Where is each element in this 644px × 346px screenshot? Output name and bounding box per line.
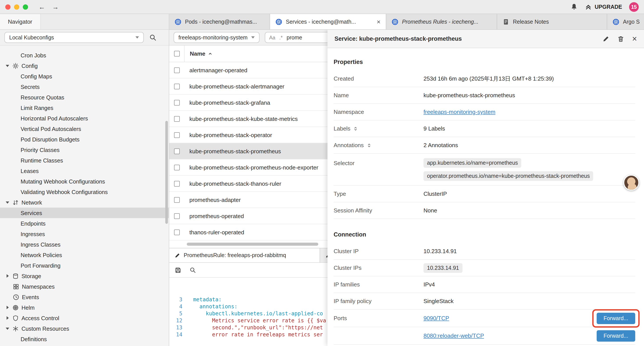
chevron-down-icon[interactable]: [5, 201, 10, 203]
sidebar-item-config[interactable]: Config: [0, 60, 169, 71]
yaml-editor[interactable]: 3 metadata:4 annotations:5 kubectl.kuber…: [169, 278, 355, 346]
sidebar-item-storage[interactable]: Storage: [0, 271, 169, 281]
row-checkbox[interactable]: [174, 229, 180, 235]
sidebar-item-custom-resources[interactable]: Custom Resources: [0, 323, 169, 334]
row-checkbox[interactable]: [174, 148, 180, 154]
namespace-selector[interactable]: freeleaps-monitoring-system: [174, 32, 260, 43]
match-case-toggle[interactable]: Aa: [269, 35, 275, 40]
sidebar-item-horizontal-pod-autoscalers[interactable]: Horizontal Pod Autoscalers: [0, 113, 169, 123]
k8s-logo-icon: [275, 18, 282, 25]
sidebar-item-network-policies[interactable]: Network Policies: [0, 250, 169, 260]
row-checkbox[interactable]: [174, 181, 180, 186]
sidebar-item-label: Port Forwarding: [20, 262, 60, 269]
horizontal-scrollbar[interactable]: [187, 243, 318, 246]
floating-avatar[interactable]: [624, 175, 639, 191]
annotations-expand-button[interactable]: [366, 143, 372, 148]
select-all-checkbox[interactable]: [174, 51, 180, 56]
sidebar-item-priority-classes[interactable]: Priority Classes: [0, 145, 169, 155]
tab-argo-s[interactable]: Argo S: [607, 14, 644, 29]
port-link[interactable]: 8080:reloader-web/TCP: [424, 333, 484, 339]
table-row[interactable]: alertmanager-operated: [169, 62, 355, 78]
chevron-down-icon[interactable]: [5, 327, 10, 330]
tab-services-icecheng-math[interactable]: Services - icecheng@math...×: [270, 14, 386, 29]
table-row[interactable]: thanos-ruler-operated: [169, 224, 355, 240]
tab-pods-icecheng-mathmas[interactable]: Pods - icecheng@mathmas...: [169, 14, 270, 29]
sidebar-item-validating-webhook-configurations[interactable]: Validating Webhook Configurations: [0, 187, 169, 197]
navigator-title[interactable]: Navigator: [0, 14, 40, 29]
row-checkbox[interactable]: [174, 67, 180, 73]
sidebar-item-mutating-webhook-configurations[interactable]: Mutating Webhook Configurations: [0, 176, 169, 187]
sidebar-item-events[interactable]: Events: [0, 292, 169, 302]
row-checkbox[interactable]: [174, 197, 180, 203]
forward-button[interactable]: Forward...: [596, 330, 635, 342]
regex-toggle[interactable]: .*: [279, 35, 282, 40]
chevron-right-icon[interactable]: [5, 306, 10, 309]
notification-count-badge[interactable]: 15: [629, 2, 639, 11]
close-icon[interactable]: ×: [376, 18, 380, 25]
sidebar-item-services[interactable]: Services: [0, 208, 169, 218]
row-checkbox[interactable]: [174, 83, 180, 89]
table-row[interactable]: kube-prometheus-stack-prometheus: [169, 143, 355, 159]
row-checkbox[interactable]: [174, 116, 180, 122]
row-checkbox[interactable]: [174, 164, 180, 170]
window-minimize-button[interactable]: [14, 4, 19, 9]
save-button[interactable]: [174, 267, 182, 274]
table-row[interactable]: kube-prometheus-stack-thanos-ruler: [169, 176, 355, 192]
search-filter-input[interactable]: Aa .* prome: [265, 32, 335, 43]
labels-expand-button[interactable]: [353, 126, 358, 131]
sidebar-item-config-maps[interactable]: Config Maps: [0, 71, 169, 81]
chevron-down-icon: [136, 36, 139, 38]
sidebar-item-access-control[interactable]: Access Control: [0, 313, 169, 323]
table-row[interactable]: prometheus-adapter: [169, 192, 355, 208]
sidebar-item-namespaces[interactable]: Namespaces: [0, 281, 169, 292]
forward-button[interactable]: →: [52, 3, 59, 10]
edit-resource-button[interactable]: [602, 35, 609, 42]
row-checkbox[interactable]: [174, 100, 180, 105]
table-row[interactable]: kube-prometheus-stack-prometheus-node-ex…: [169, 159, 355, 176]
sidebar-item-network[interactable]: Network: [0, 197, 169, 208]
notifications-button[interactable]: [570, 3, 578, 10]
window-zoom-button[interactable]: [23, 4, 28, 9]
sidebar-search-button[interactable]: [149, 34, 156, 41]
port-link[interactable]: 9090/TCP: [424, 315, 449, 322]
sidebar-item-endpoints[interactable]: Endpoints: [0, 218, 169, 229]
sidebar-item-definitions[interactable]: Definitions: [0, 334, 169, 344]
delete-resource-button[interactable]: [617, 35, 624, 42]
back-button[interactable]: ←: [38, 3, 45, 10]
table-row[interactable]: kube-prometheus-stack-grafana: [169, 95, 355, 111]
sidebar-item-port-forwarding[interactable]: Port Forwarding: [0, 260, 169, 271]
close-drawer-button[interactable]: ×: [632, 34, 637, 43]
sidebar-item-vertical-pod-autoscalers[interactable]: Vertical Pod Autoscalers: [0, 123, 169, 134]
service-name: kube-prometheus-stack-thanos-ruler: [184, 180, 281, 187]
row-checkbox[interactable]: [174, 213, 180, 219]
selector-badge: app.kubernetes.io/name=prometheus: [424, 158, 522, 168]
window-close-button[interactable]: [5, 4, 10, 9]
sidebar-item-runtime-classes[interactable]: Runtime Classes: [0, 155, 169, 166]
tab-prometheus-rules-icecheng[interactable]: Prometheus Rules - icecheng...: [386, 14, 497, 29]
chevron-right-icon[interactable]: [5, 274, 10, 278]
sidebar-item-cron-jobs[interactable]: Cron Jobs: [0, 50, 169, 60]
dock-tab-prometheusrule[interactable]: PrometheusRule: freeleaps-prod-rabbitmq: [169, 248, 320, 262]
sidebar-item-ingresses[interactable]: Ingresses: [0, 229, 169, 239]
sidebar-item-pod-disruption-budgets[interactable]: Pod Disruption Budgets: [0, 134, 169, 145]
editor-search-button[interactable]: [190, 267, 196, 273]
row-checkbox[interactable]: [174, 132, 180, 138]
sidebar-item-leases[interactable]: Leases: [0, 166, 169, 176]
table-row[interactable]: kube-prometheus-stack-kube-state-metrics: [169, 111, 355, 127]
chevron-down-icon[interactable]: [5, 65, 10, 67]
sidebar-item-resource-quotas[interactable]: Resource Quotas: [0, 92, 169, 102]
sidebar-scrollbar[interactable]: [165, 121, 168, 224]
sidebar-item-helm[interactable]: Helm: [0, 302, 169, 313]
upgrade-button[interactable]: UPGRADE: [585, 3, 622, 10]
sidebar-item-secrets[interactable]: Secrets: [0, 81, 169, 92]
chevron-right-icon[interactable]: [5, 316, 10, 320]
sidebar-item-ingress-classes[interactable]: Ingress Classes: [0, 239, 169, 250]
tab-release-notes[interactable]: Release Notes: [497, 14, 607, 29]
table-row[interactable]: prometheus-operated: [169, 208, 355, 224]
table-row[interactable]: kube-prometheus-stack-alertmanager: [169, 78, 355, 95]
namespace-link[interactable]: freeleaps-monitoring-system: [424, 109, 496, 115]
table-row[interactable]: kube-prometheus-stack-operator: [169, 127, 355, 143]
forward-button[interactable]: Forward...: [596, 313, 635, 324]
sidebar-item-limit-ranges[interactable]: Limit Ranges: [0, 102, 169, 113]
kubeconfig-selector[interactable]: Local Kubeconfigs: [4, 32, 144, 43]
